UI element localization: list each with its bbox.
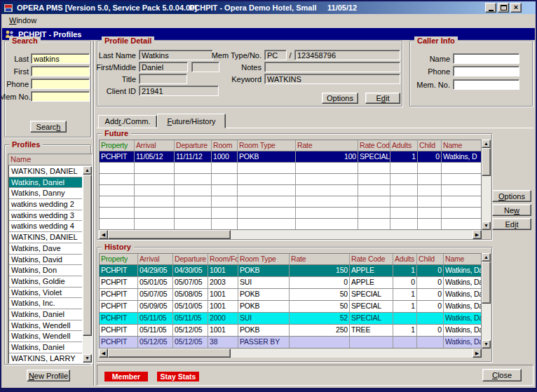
mem-type-field[interactable] bbox=[264, 50, 287, 60]
scroll-right-icon[interactable]: ▶ bbox=[473, 230, 482, 239]
list-item[interactable]: WATKINS, LARRY bbox=[9, 353, 82, 364]
list-item[interactable]: Watkins, Daniel bbox=[9, 342, 82, 353]
column-header[interactable]: Adults bbox=[390, 140, 418, 151]
table-row[interactable] bbox=[100, 174, 481, 185]
scroll-up-icon[interactable]: ▲ bbox=[482, 253, 491, 262]
notes-field[interactable] bbox=[264, 62, 400, 72]
scrollbar-thumb[interactable] bbox=[108, 349, 231, 358]
column-header[interactable]: Rate bbox=[296, 140, 358, 151]
future-options-button[interactable]: Options bbox=[492, 190, 531, 202]
mem-no-input[interactable] bbox=[31, 91, 90, 102]
list-item[interactable]: Watkins, Don bbox=[9, 265, 82, 276]
table-row[interactable]: PCHPIT11/05/1211/11/121000POKB100SPECIAL… bbox=[100, 151, 481, 163]
scroll-right-icon[interactable]: ▶ bbox=[473, 349, 482, 358]
history-v-scrollbar[interactable]: ▲ ▼ bbox=[482, 253, 491, 349]
scrollbar-thumb[interactable] bbox=[83, 175, 92, 336]
column-header[interactable]: Room Type bbox=[238, 140, 296, 151]
table-row[interactable] bbox=[100, 208, 481, 219]
table-row[interactable]: PCHPIT05/11/0505/12/051001POKB250TREE10W… bbox=[100, 325, 481, 337]
profile-options-button[interactable]: Options bbox=[322, 93, 358, 104]
scrollbar-thumb[interactable] bbox=[482, 148, 491, 176]
column-header[interactable]: Child bbox=[418, 140, 442, 151]
first-input[interactable] bbox=[31, 66, 90, 76]
scroll-up-icon[interactable]: ▲ bbox=[482, 140, 491, 148]
last-input[interactable] bbox=[31, 53, 90, 64]
keyword-field[interactable] bbox=[264, 74, 400, 84]
table-row[interactable]: PCHPIT05/07/0505/08/051001POKB50SPECIAL1… bbox=[100, 289, 481, 301]
list-item[interactable]: Watkins, David bbox=[9, 255, 82, 266]
profiles-scrollbar[interactable]: ▲ ▼ bbox=[83, 166, 92, 363]
caller-mem-no-input[interactable] bbox=[453, 79, 519, 90]
scrollbar-track[interactable] bbox=[231, 349, 473, 358]
list-item[interactable]: watkins wedding 3 bbox=[9, 210, 82, 222]
scroll-up-icon[interactable]: ▲ bbox=[83, 166, 92, 175]
phone-input[interactable] bbox=[31, 79, 90, 89]
column-header[interactable]: Child bbox=[417, 254, 444, 264]
last-name-field[interactable] bbox=[139, 50, 213, 60]
menu-item-window[interactable]: Window bbox=[6, 15, 40, 25]
list-item[interactable]: WATKINS, DANIEL bbox=[9, 232, 82, 243]
scroll-left-icon[interactable]: ◀ bbox=[99, 230, 108, 239]
scrollbar-track[interactable] bbox=[231, 230, 473, 239]
table-row[interactable] bbox=[100, 185, 481, 196]
list-item[interactable]: Watkins, Danny bbox=[9, 188, 82, 199]
history-h-scrollbar[interactable]: ◀ ▶ bbox=[99, 349, 482, 358]
column-header[interactable]: Rate Code bbox=[350, 254, 393, 264]
tab-future-history[interactable]: Future/History bbox=[157, 114, 226, 128]
list-item[interactable]: watkins wedding 2 bbox=[9, 199, 82, 210]
column-header[interactable]: Adults bbox=[393, 254, 417, 264]
scroll-down-icon[interactable]: ▼ bbox=[482, 222, 491, 230]
column-header[interactable]: Departure bbox=[173, 254, 208, 264]
title-field[interactable] bbox=[139, 74, 187, 84]
list-item[interactable]: Watkins, Wendell bbox=[9, 331, 82, 342]
close-button[interactable]: Close bbox=[482, 369, 522, 381]
column-header[interactable]: Name bbox=[444, 254, 482, 264]
column-header[interactable]: Room/Fol. bbox=[208, 254, 238, 264]
table-row[interactable]: PCHPIT05/01/0505/07/052003SUI0APPLE00Wat… bbox=[100, 277, 481, 289]
column-header[interactable]: Arrival bbox=[138, 254, 173, 264]
table-row[interactable] bbox=[100, 219, 481, 230]
mem-no-field[interactable] bbox=[294, 50, 400, 60]
column-header[interactable]: Property bbox=[100, 140, 135, 151]
window-close-button[interactable]: × bbox=[510, 3, 522, 13]
profile-edit-button[interactable]: Edit bbox=[365, 93, 400, 104]
list-item[interactable]: Watkins, Wendell bbox=[9, 320, 82, 332]
future-new-button[interactable]: New bbox=[492, 204, 531, 216]
caller-phone-input[interactable] bbox=[453, 66, 519, 76]
column-header[interactable]: Rate Code bbox=[358, 140, 390, 151]
minimize-button[interactable] bbox=[485, 3, 496, 13]
list-item[interactable]: WATKINS, DANIEL bbox=[9, 166, 82, 177]
client-id-field[interactable] bbox=[139, 86, 219, 96]
list-item[interactable]: Watkins, Daniel bbox=[9, 309, 82, 320]
first-name-field[interactable] bbox=[139, 62, 188, 72]
caller-name-input[interactable] bbox=[453, 53, 519, 64]
list-item[interactable]: Watkins, Dave bbox=[9, 243, 82, 255]
table-row[interactable]: PCHPIT04/29/0504/30/051001POKB150APPLE10… bbox=[100, 265, 481, 277]
column-header[interactable]: Rate bbox=[290, 254, 350, 264]
list-item[interactable]: Watkins, Daniel bbox=[9, 177, 82, 189]
list-item[interactable]: watkins wedding 4 bbox=[9, 221, 82, 232]
column-header[interactable]: Room bbox=[212, 140, 238, 151]
list-item[interactable]: Watkins, Inc. bbox=[9, 298, 82, 309]
column-header[interactable]: Arrival bbox=[135, 140, 175, 151]
column-header[interactable]: Property bbox=[100, 254, 138, 264]
future-edit-button[interactable]: Edit bbox=[492, 218, 531, 230]
table-row[interactable]: PCHPIT05/12/0505/12/0538PASSER BYWatkins… bbox=[100, 337, 481, 349]
scroll-left-icon[interactable]: ◀ bbox=[99, 349, 108, 358]
list-item[interactable]: Watkins, Violet bbox=[9, 288, 82, 299]
table-row[interactable]: PCHPIT05/09/0505/10/051001POKB50SPECIAL1… bbox=[100, 301, 481, 313]
new-profile-button[interactable]: New Profile bbox=[27, 370, 70, 381]
column-header[interactable]: Departure bbox=[175, 140, 212, 151]
table-row[interactable] bbox=[100, 196, 481, 208]
table-row[interactable] bbox=[100, 163, 481, 174]
future-h-scrollbar[interactable]: ◀ ▶ bbox=[99, 230, 482, 239]
list-item[interactable]: Watkins, Goldie bbox=[9, 276, 82, 288]
profiles-column-header[interactable]: Name bbox=[8, 154, 92, 165]
maximize-button[interactable] bbox=[498, 3, 509, 13]
tab-addr-comm[interactable]: Addr./Comm. bbox=[98, 115, 157, 128]
scroll-down-icon[interactable]: ▼ bbox=[83, 354, 92, 363]
column-header[interactable]: Name bbox=[442, 140, 482, 151]
table-row[interactable]: PCHPIT05/11/0505/11/052000SUI52SPECIALWa… bbox=[100, 313, 481, 325]
column-header[interactable]: Room Type bbox=[238, 254, 290, 264]
search-button[interactable]: Search bbox=[30, 121, 67, 133]
